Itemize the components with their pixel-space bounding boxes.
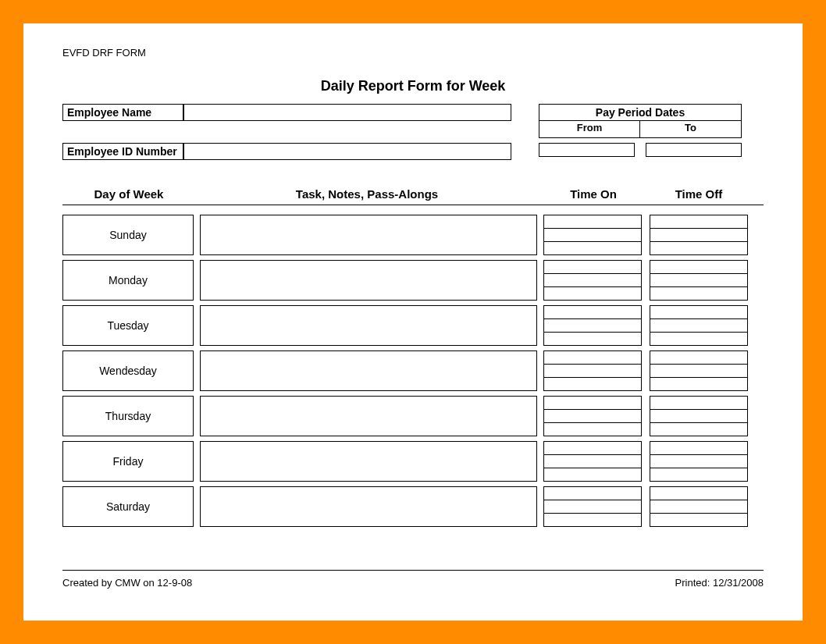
time-on-slot[interactable] <box>544 351 641 365</box>
time-off-slot[interactable] <box>650 514 747 526</box>
time-off-slot[interactable] <box>650 242 747 254</box>
day-row: Thursday <box>62 396 764 436</box>
time-off-slot[interactable] <box>650 410 747 423</box>
form-code: EVFD DRF FORM <box>62 47 764 59</box>
time-off-slot[interactable] <box>650 229 747 242</box>
task-notes-field[interactable] <box>200 305 537 346</box>
time-on-block[interactable] <box>543 396 642 436</box>
employee-name-field[interactable] <box>183 104 511 121</box>
day-label: Saturday <box>62 486 194 527</box>
time-off-slot[interactable] <box>650 423 747 436</box>
header-row-3: Employee ID Number <box>62 143 764 160</box>
day-label: Sunday <box>62 215 194 255</box>
time-on-slot[interactable] <box>544 455 641 468</box>
time-on-slot[interactable] <box>544 274 641 287</box>
time-on-slot[interactable] <box>544 514 641 526</box>
time-on-slot[interactable] <box>544 378 641 390</box>
from-to-labels: From To <box>539 121 742 138</box>
day-row: Wendesday <box>62 350 764 391</box>
time-on-slot[interactable] <box>544 397 641 410</box>
employee-id-label: Employee ID Number <box>62 143 183 160</box>
time-off-block[interactable] <box>650 350 748 391</box>
day-label: Friday <box>62 441 194 482</box>
time-off-slot[interactable] <box>650 487 747 500</box>
spacer <box>511 143 539 160</box>
time-on-slot[interactable] <box>544 487 641 500</box>
time-off-slot[interactable] <box>650 287 747 300</box>
time-off-slot[interactable] <box>650 351 747 365</box>
time-off-block[interactable] <box>650 396 748 436</box>
time-on-slot[interactable] <box>544 468 641 481</box>
spacer <box>511 104 539 121</box>
time-on-slot[interactable] <box>544 229 641 242</box>
time-on-block[interactable] <box>543 260 642 301</box>
day-label: Thursday <box>62 396 194 436</box>
time-off-slot[interactable] <box>650 306 747 319</box>
spacer <box>183 121 511 138</box>
header-row-2: From To <box>62 121 764 138</box>
time-off-slot[interactable] <box>650 442 747 455</box>
task-notes-field[interactable] <box>200 260 537 301</box>
header-row-1: Employee Name Pay Period Dates <box>62 104 764 121</box>
day-row: Tuesday <box>62 305 764 346</box>
footer-created: Created by CMW on 12-9-08 <box>62 577 192 589</box>
time-on-block[interactable] <box>543 350 642 391</box>
time-on-slot[interactable] <box>544 500 641 514</box>
day-label: Tuesday <box>62 305 194 346</box>
col-task-notes: Task, Notes, Pass-Alongs <box>195 187 539 201</box>
time-on-slot[interactable] <box>544 333 641 345</box>
col-time-on: Time On <box>539 187 648 201</box>
time-off-block[interactable] <box>650 486 748 527</box>
pay-period-label: Pay Period Dates <box>539 104 742 121</box>
to-label: To <box>640 121 742 138</box>
spacer <box>62 121 183 138</box>
time-on-block[interactable] <box>543 441 642 482</box>
time-on-slot[interactable] <box>544 306 641 319</box>
time-off-slot[interactable] <box>650 397 747 410</box>
time-on-slot[interactable] <box>544 319 641 333</box>
time-on-slot[interactable] <box>544 215 641 229</box>
task-notes-field[interactable] <box>200 350 537 391</box>
task-notes-field[interactable] <box>200 486 537 527</box>
time-off-slot[interactable] <box>650 333 747 345</box>
time-on-slot[interactable] <box>544 423 641 436</box>
time-off-block[interactable] <box>650 215 748 255</box>
time-off-slot[interactable] <box>650 261 747 274</box>
time-on-slot[interactable] <box>544 261 641 274</box>
day-row: Saturday <box>62 486 764 527</box>
time-off-block[interactable] <box>650 305 748 346</box>
spacer <box>511 121 539 138</box>
time-off-slot[interactable] <box>650 215 747 229</box>
time-off-block[interactable] <box>650 441 748 482</box>
task-notes-field[interactable] <box>200 441 537 482</box>
from-to-fields <box>539 143 742 160</box>
time-off-slot[interactable] <box>650 274 747 287</box>
time-on-slot[interactable] <box>544 410 641 423</box>
employee-name-label: Employee Name <box>62 104 183 121</box>
time-on-slot[interactable] <box>544 365 641 378</box>
pay-to-field[interactable] <box>646 143 742 157</box>
time-off-slot[interactable] <box>650 378 747 390</box>
time-on-block[interactable] <box>543 486 642 527</box>
time-off-block[interactable] <box>650 260 748 301</box>
time-on-block[interactable] <box>543 215 642 255</box>
time-on-slot[interactable] <box>544 287 641 300</box>
day-row: Monday <box>62 260 764 301</box>
time-off-slot[interactable] <box>650 500 747 514</box>
employee-id-field[interactable] <box>183 143 511 160</box>
task-notes-field[interactable] <box>200 215 537 255</box>
time-off-slot[interactable] <box>650 365 747 378</box>
day-row: Sunday <box>62 215 764 255</box>
time-on-slot[interactable] <box>544 242 641 254</box>
day-label: Wendesday <box>62 350 194 391</box>
footer-printed: Printed: 12/31/2008 <box>675 577 764 589</box>
time-on-slot[interactable] <box>544 442 641 455</box>
days-grid: SundayMondayTuesdayWendesdayThursdayFrid… <box>62 215 764 527</box>
time-off-slot[interactable] <box>650 319 747 333</box>
time-off-slot[interactable] <box>650 468 747 481</box>
pay-from-field[interactable] <box>539 143 635 157</box>
time-on-block[interactable] <box>543 305 642 346</box>
task-notes-field[interactable] <box>200 396 537 436</box>
time-off-slot[interactable] <box>650 455 747 468</box>
footer: Created by CMW on 12-9-08 Printed: 12/31… <box>62 570 764 589</box>
